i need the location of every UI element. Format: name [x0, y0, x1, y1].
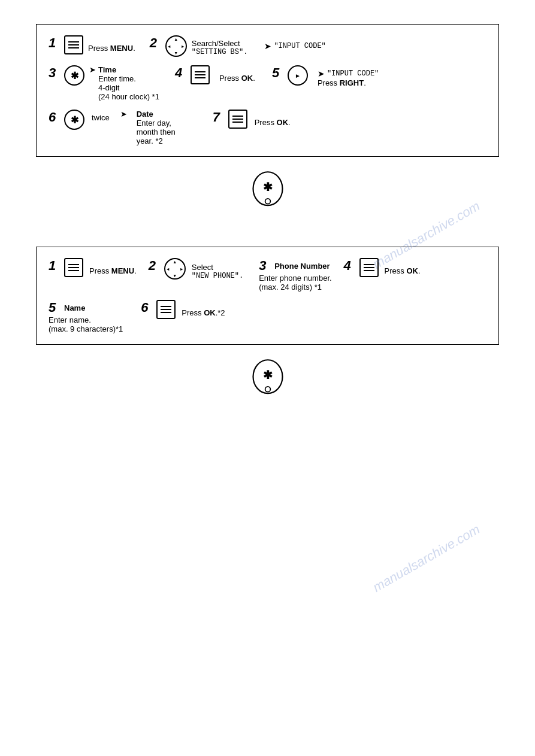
step-b6: 6: [141, 300, 176, 319]
step-3: 3 ✱ ➤ Time Enter time. 4-digit (24 hour …: [49, 65, 159, 101]
arrow-icon-5: ➤: [318, 69, 325, 78]
menu-icon-b6: [156, 300, 176, 319]
watermark-2: manualsarchive.com: [370, 521, 483, 595]
step-b3: 3 Phone Number Enter phone number. (max.…: [259, 258, 331, 292]
step-b4-label: Press OK.: [385, 266, 421, 275]
step-3-desc: Time Enter time. 4-digit (24 hour clock)…: [98, 65, 159, 101]
step-b2-desc: Select "NEW PHONE".: [192, 263, 243, 280]
instruction-box-2: 1 Press MENU. 2 ◄ ► Select "NEW PHONE".: [36, 247, 499, 345]
step-b5-number: 5: [49, 300, 59, 315]
step-2-desc: Search/Select "SETTING BS".: [192, 39, 248, 56]
step-6-twice: twice: [92, 113, 110, 122]
step-b3-number: 3: [259, 258, 270, 274]
instruction-box-1: 1 Press MENU. 2 ◄ ► Search/Select "SETTI…: [36, 24, 499, 157]
step-b3-title: Phone Number: [274, 262, 330, 271]
nav-icon-b2: ◄ ►: [164, 258, 186, 280]
svg-text:✱: ✱: [263, 181, 273, 193]
step-2-number: 2: [150, 35, 161, 51]
figure-icon-2: ✱: [36, 357, 499, 399]
step-7: 7: [213, 110, 247, 129]
right-nav-icon-5: [288, 65, 308, 86]
step-b1-label: Press MENU.: [89, 266, 137, 275]
step-b5-title: Name: [64, 303, 85, 312]
step-b1-number: 1: [49, 258, 59, 274]
menu-icon-7: [228, 110, 247, 129]
step-6-number: 6: [49, 110, 59, 125]
svg-point-2: [265, 199, 270, 204]
nav-icon-1: ◄ ►: [165, 35, 187, 57]
figure-icon-1: ✱: [36, 169, 499, 211]
step-b4: 4: [344, 258, 379, 277]
arrow-indicator-3: ➤: [89, 65, 96, 74]
step-2: 2 ◄ ►: [150, 35, 187, 57]
arrow-icon-1: ➤: [264, 41, 271, 51]
step-b4-number: 4: [344, 258, 355, 274]
step-1-number: 1: [49, 35, 59, 51]
step-4-number: 4: [175, 65, 186, 81]
step-1-label: Press MENU.: [88, 44, 135, 53]
step-b1: 1: [49, 258, 83, 277]
menu-icon-b1: [64, 258, 83, 277]
input-code-1: ➤ "INPUT CODE": [264, 41, 325, 51]
menu-icon-1: [64, 35, 83, 54]
menu-icon-b4: [359, 258, 379, 277]
step-4-label: Press OK.: [219, 74, 255, 83]
menu-icon-4: [191, 65, 210, 84]
step-b2-number: 2: [149, 258, 159, 274]
page: 1 Press MENU. 2 ◄ ► Search/Select "SETTI…: [0, 0, 535, 441]
step-6-desc: Date Enter day, month then year. *2: [137, 110, 176, 145]
step-b6-label: Press OK.*2: [182, 308, 225, 317]
step-5: 5: [272, 65, 308, 86]
step-5-code-row: ➤ "INPUT CODE": [318, 69, 379, 78]
svg-text:✱: ✱: [263, 369, 273, 381]
step-4: 4: [175, 65, 210, 84]
step-5-label: Press RIGHT.: [318, 78, 379, 87]
step-5-content: ➤ "INPUT CODE" Press RIGHT.: [318, 69, 379, 87]
step-b2: 2 ◄ ►: [149, 258, 186, 280]
step-b6-number: 6: [141, 300, 152, 315]
step-7-label: Press OK.: [255, 118, 291, 127]
star-icon-6: ✱: [64, 110, 84, 130]
step-5-number: 5: [272, 65, 283, 81]
step-b5: 5 Name Enter name. (max. 9 characters)*1: [49, 300, 123, 333]
step-6: 6 ✱: [49, 110, 84, 130]
svg-point-5: [265, 387, 270, 392]
arrow-6: ➤: [120, 110, 127, 119]
step-3-number: 3: [49, 65, 59, 81]
step-1: 1: [49, 35, 83, 54]
step-7-number: 7: [213, 110, 223, 125]
star-icon-3: ✱: [64, 65, 84, 86]
